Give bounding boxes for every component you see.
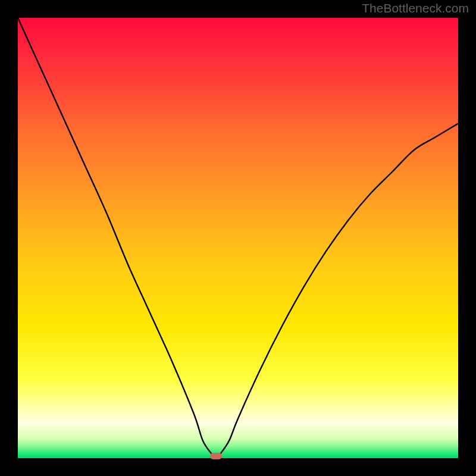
- minimum-marker: [210, 453, 222, 459]
- chart-container: TheBottleneck.com: [0, 0, 476, 476]
- plot-background: [18, 18, 458, 458]
- attribution-text: TheBottleneck.com: [362, 1, 469, 15]
- bottleneck-chart: [0, 0, 476, 476]
